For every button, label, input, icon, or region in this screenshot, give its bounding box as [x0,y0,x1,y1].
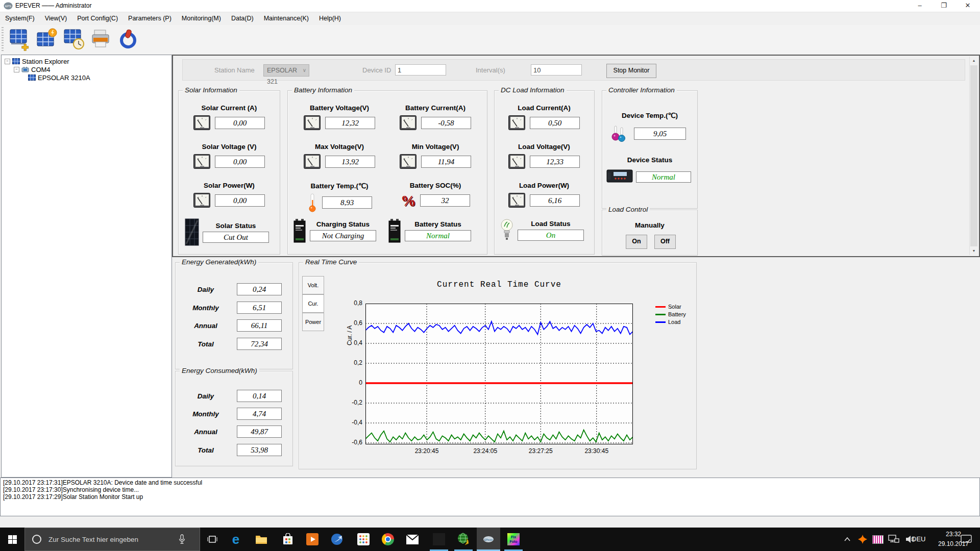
tree-item-epsolar3210a[interactable]: EPSOLAR 3210A [28,73,90,82]
scroll-up-icon[interactable]: ▲ [970,57,978,65]
power-exit-icon[interactable] [116,28,140,51]
print-icon[interactable] [89,28,113,51]
tray-avast[interactable] [855,528,870,551]
start-button[interactable] [0,528,24,551]
taskbar-apps-grid[interactable] [352,528,375,551]
status-label: Load Status [531,220,570,228]
real-time-curve-group: Real Time Curve Volt. Cur. Power Current… [299,262,697,469]
battery-information-group: Battery Information Battery Voltage(V) 1… [287,90,487,255]
field-label: Max Voltage(V) [296,143,383,151]
menu-data[interactable]: Data(D) [226,12,259,25]
menu-parameters[interactable]: Parameters (P) [123,12,177,25]
device-id-input[interactable] [395,64,446,76]
battery-temp-value: 8,93 [322,196,372,209]
maximize-button[interactable]: ❐ [932,0,955,12]
y-axis-tick: -0,2 [343,399,362,406]
solar-current-value: 0,00 [215,117,265,129]
tab-power[interactable]: Power [302,313,324,331]
load-control-group: Load Control Manually On Off [602,210,698,256]
station-name-select[interactable]: EPSOLAR 321 ∨ [263,64,309,77]
close-button[interactable]: ✕ [956,0,979,12]
y-axis-tick: 0 [343,379,362,386]
dark-app-icon [433,533,445,545]
epever-app-icon: EPever [483,535,494,543]
taskbar-epever-active[interactable]: EPever [477,528,500,551]
tray-network[interactable] [886,528,901,551]
field-label: Load Voltage(V) [501,143,587,151]
field-label: Solar Voltage (V) [186,143,273,151]
taskbar-globe-app[interactable] [452,528,475,551]
taskbar: e EPever FixFoto [0,528,980,551]
tree-item-label: COM4 [31,66,51,73]
taskbar-movies-tv[interactable] [301,528,324,551]
stop-monitor-button[interactable]: Stop Monitor [606,64,656,78]
chart-plot-area [365,304,633,444]
search-input[interactable] [47,535,177,544]
action-center-button[interactable] [959,528,974,551]
taskbar-search[interactable] [24,528,200,551]
taskbar-store[interactable] [277,528,299,551]
toolbar [0,25,980,54]
taskbar-explorer[interactable] [250,528,273,551]
taskbar-edge[interactable]: e [225,528,247,551]
chart-legend: SolarBatteryLoad [655,304,686,325]
menu-help[interactable]: Help(H) [314,12,346,25]
scroll-down-icon[interactable]: ▼ [970,247,978,255]
tray-striped-app[interactable] [871,528,885,551]
minimize-button[interactable]: – [908,0,932,12]
cortana-icon [31,534,42,545]
interval-input[interactable] [531,64,582,76]
taskbar-mail[interactable] [401,528,424,551]
tab-cur[interactable]: Cur. [302,294,324,313]
tray-language[interactable]: DEU [912,528,925,551]
consumed-daily-value: 0,14 [237,390,282,402]
load-off-button[interactable]: Off [654,235,676,249]
file-explorer-icon [255,534,267,544]
station-explorer-panel: − Station Explorer − COM4 EPSOLAR 3210A [1,55,172,478]
field-label: Solar Current (A) [186,104,273,112]
tray-expand-button[interactable] [840,528,854,551]
taskbar-dark-app[interactable] [428,528,450,551]
tree-item-com4[interactable]: − COM4 [14,65,51,73]
taskbar-chrome[interactable] [377,528,399,551]
menu-maintenance[interactable]: Maintenance(K) [259,12,314,25]
y-axis-tick: -0,6 [343,439,362,446]
legend-label: Load [668,319,680,325]
svg-text:EPever: EPever [484,538,493,541]
gauge-meter-icon [508,154,526,170]
add-station-icon[interactable] [8,28,32,51]
collapse-icon[interactable]: − [5,59,10,64]
consumed-monthly-value: 4,74 [237,408,282,420]
y-axis-tick: 0,4 [343,339,362,346]
tree-item-label: EPSOLAR 3210A [38,74,90,82]
charging-status-block: Charging Status Not Charging [293,218,376,243]
title-bar: EPS EPEVER —— Administrator – ❐ ✕ [0,0,980,12]
collapse-icon[interactable]: − [14,67,19,72]
field-label: Load Current(A) [501,104,587,112]
windows-logo-icon [8,535,17,544]
solar-station-icon[interactable] [35,28,59,51]
scrollbar-thumb[interactable] [970,65,977,246]
group-title: DC Load Information [499,86,567,94]
menu-monitoring[interactable]: Monitoring(M) [177,12,226,25]
row-label: Daily [183,392,229,400]
epever-monitor-app: { "window": { "title": "EPEVER —— Admini… [0,0,980,551]
tree-item-station-explorer[interactable]: − Station Explorer [5,57,69,65]
generated-annual-value: 66,11 [237,319,282,332]
menu-view[interactable]: View(V) [40,12,72,25]
legend-swatch [655,306,666,308]
load-on-button[interactable]: On [626,235,647,249]
edge-icon: e [232,532,239,547]
tab-volt[interactable]: Volt. [302,276,324,294]
microphone-icon[interactable] [178,534,185,545]
vertical-scrollbar[interactable]: ▲ ▼ [969,57,978,255]
globe-arrow-icon [457,533,470,546]
log-line: [29.10.2017 23:17:30]Synchronising devic… [3,486,977,493]
taskbar-media-player[interactable] [326,528,348,551]
battery-status-value: Normal [405,230,471,241]
station-time-icon[interactable] [62,28,86,51]
menu-system[interactable]: System(F) [0,12,40,25]
taskbar-fixfoto[interactable]: FixFoto [502,528,525,551]
menu-port-config[interactable]: Port Config(C) [72,12,123,25]
task-view-button[interactable] [201,528,224,551]
